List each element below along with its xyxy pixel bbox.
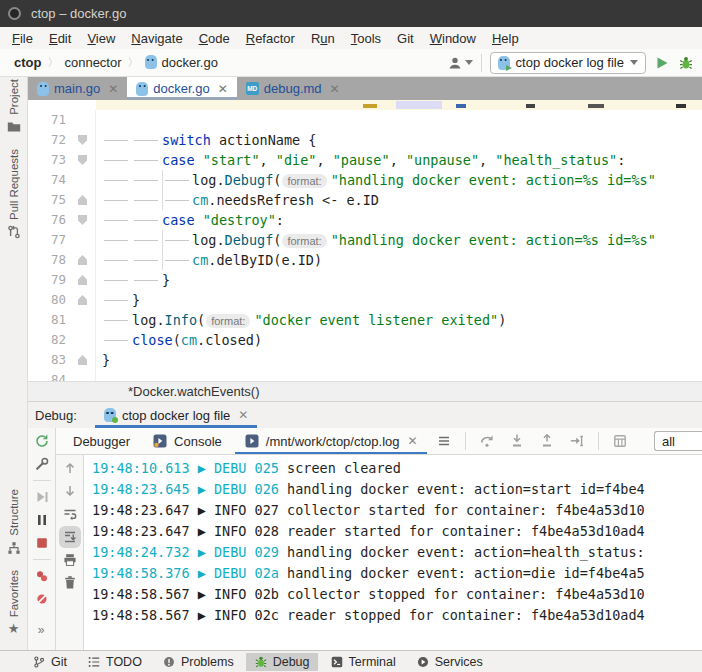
- log-line[interactable]: 19:48:58.567 ▶ INFO 02b collector stoppe…: [92, 584, 702, 605]
- rerun-button[interactable]: [34, 433, 50, 449]
- scroll-to-end-icon[interactable]: [62, 529, 78, 545]
- run-configuration-select[interactable]: ctop docker log file: [490, 52, 646, 74]
- log-line[interactable]: 19:48:24.732 ▶ DEBU 029 handling docker …: [92, 542, 702, 563]
- debug-button[interactable]: [678, 55, 694, 71]
- structure-icon: [6, 540, 22, 556]
- print-icon[interactable]: [62, 552, 78, 568]
- code-line[interactable]: 83}: [28, 350, 702, 370]
- log-line[interactable]: 19:48:23.647 ▶ INFO 027 collector starte…: [92, 500, 702, 521]
- tab-indent: [102, 190, 132, 210]
- code-line[interactable]: 78cm.delByID(e.ID): [28, 250, 702, 270]
- user-menu-button[interactable]: [447, 55, 473, 71]
- menu-refactor[interactable]: Refactor: [238, 31, 303, 46]
- editor[interactable]: 7172switch actionName {73case "start", "…: [28, 100, 702, 381]
- sidebar-item-project[interactable]: Project: [6, 79, 22, 135]
- close-icon[interactable]: ✕: [108, 82, 118, 96]
- menu-tools[interactable]: Tools: [343, 31, 389, 46]
- line-number: 80: [28, 290, 70, 310]
- fold-end-icon[interactable]: [78, 295, 87, 305]
- close-icon[interactable]: ✕: [218, 82, 228, 96]
- fold-end-icon[interactable]: [78, 275, 87, 285]
- log-line[interactable]: 19:48:58.376 ▶ DEBU 02a handling docker …: [92, 563, 702, 584]
- fold-end-icon[interactable]: [78, 255, 87, 265]
- debug-tab-debugger[interactable]: Debugger: [64, 428, 139, 455]
- menu-window[interactable]: Window: [422, 31, 484, 46]
- code-line[interactable]: 74log.Debugf(format:"handling docker eve…: [28, 170, 702, 190]
- step-out-icon[interactable]: [539, 433, 555, 449]
- statusbar-item-terminal[interactable]: Terminal: [322, 653, 404, 671]
- debug-session-tab[interactable]: ctop docker log file ✕: [95, 402, 257, 428]
- mute-breakpoints-icon[interactable]: [34, 591, 50, 607]
- breadcrumb-item[interactable]: connector: [64, 55, 121, 70]
- statusbar-item-git[interactable]: Git: [24, 653, 75, 671]
- sidebar-item-favorites[interactable]: Favorites★: [6, 570, 22, 636]
- sidebar-item-pull-requests[interactable]: Pull Requests: [6, 149, 22, 240]
- breadcrumb-item[interactable]: docker.go: [145, 55, 218, 70]
- pause-button[interactable]: [34, 512, 50, 528]
- code-line[interactable]: 81log.Info(format:"docker event listener…: [28, 310, 702, 330]
- view-breakpoints-icon[interactable]: [34, 568, 50, 584]
- code-line[interactable]: 79}: [28, 270, 702, 290]
- code-line[interactable]: 75cm.needsRefresh <- e.ID: [28, 190, 702, 210]
- more-actions-icon[interactable]: »: [38, 623, 46, 637]
- close-icon[interactable]: ✕: [238, 408, 248, 422]
- breadcrumb-item[interactable]: ctop: [14, 55, 41, 70]
- debug-tab-console[interactable]: Console: [143, 428, 231, 455]
- code-line[interactable]: 72switch actionName {: [28, 130, 702, 150]
- menu-git[interactable]: Git: [389, 31, 422, 46]
- menu-run[interactable]: Run: [303, 31, 343, 46]
- code-line[interactable]: 73case "start", "die", "pause", "unpause…: [28, 150, 702, 170]
- log-line[interactable]: 19:48:23.645 ▶ DEBU 026 handling docker …: [92, 479, 702, 500]
- fold-expand-icon[interactable]: [78, 215, 87, 225]
- log-line[interactable]: 19:48:10.613 ▶ DEBU 025 screen cleared: [92, 458, 702, 479]
- clear-all-icon[interactable]: [62, 575, 78, 591]
- log-line[interactable]: 19:48:23.647 ▶ INFO 028 reader started f…: [92, 521, 702, 542]
- layout-options-icon[interactable]: [436, 433, 452, 449]
- statusbar-item-todo[interactable]: TODO: [79, 653, 150, 671]
- down-stack-icon[interactable]: [62, 483, 78, 499]
- title-bar[interactable]: ctop – docker.go: [0, 0, 702, 27]
- menu-navigate[interactable]: Navigate: [123, 31, 190, 46]
- log-line[interactable]: 19:48:58.567 ▶ INFO 02c reader stopped f…: [92, 605, 702, 626]
- statusbar-item-problems[interactable]: Problems: [154, 653, 242, 671]
- code-line[interactable]: 82close(cm.closed): [28, 330, 702, 350]
- code-line[interactable]: 80}: [28, 290, 702, 310]
- fold-expand-icon[interactable]: [78, 135, 87, 145]
- tab-main-go[interactable]: main.go✕: [28, 77, 127, 100]
- tab-docker-go[interactable]: docker.go✕: [127, 77, 236, 100]
- resume-button[interactable]: [34, 489, 50, 505]
- code-line[interactable]: 76case "destroy":: [28, 210, 702, 230]
- log-filter-select[interactable]: all: [654, 431, 702, 451]
- sidebar-item-structure[interactable]: Structure: [6, 489, 22, 556]
- close-icon[interactable]: ✕: [330, 82, 340, 96]
- code-line[interactable]: 77log.Debugf(format:"handling docker eve…: [28, 230, 702, 250]
- menu-code[interactable]: Code: [191, 31, 238, 46]
- fold-end-icon[interactable]: [78, 195, 87, 205]
- settings-icon[interactable]: [34, 456, 50, 472]
- step-over-icon[interactable]: [479, 433, 495, 449]
- stop-button[interactable]: [34, 535, 50, 551]
- tool-window-label: Pull Requests: [8, 149, 20, 220]
- menu-file[interactable]: File: [4, 31, 41, 46]
- soft-wrap-icon[interactable]: [62, 506, 78, 522]
- tab-debug-md[interactable]: MDdebug.md✕: [237, 77, 349, 100]
- log-console[interactable]: 19:48:10.613 ▶ DEBU 025 screen cleared19…: [84, 455, 702, 650]
- menu-help[interactable]: Help: [484, 31, 527, 46]
- menu-edit[interactable]: Edit: [41, 31, 79, 46]
- up-stack-icon[interactable]: [62, 460, 78, 476]
- close-icon[interactable]: ✕: [407, 434, 417, 448]
- debug-tab--mnt-work-ctop-ctop-log[interactable]: /mnt/work/ctop/ctop.log✕: [235, 428, 427, 455]
- run-button[interactable]: [654, 55, 670, 71]
- evaluate-expression-icon[interactable]: [612, 433, 628, 449]
- code-line[interactable]: 84: [28, 370, 702, 381]
- menu-view[interactable]: View: [79, 31, 123, 46]
- statusbar-item-services[interactable]: Services: [408, 653, 491, 671]
- code-line[interactable]: 71: [28, 110, 702, 130]
- run-to-cursor-icon[interactable]: [569, 433, 585, 449]
- fold-end-icon[interactable]: [78, 355, 87, 365]
- fold-expand-icon[interactable]: [78, 155, 87, 165]
- parameter-hint: format:: [282, 174, 326, 188]
- step-into-icon[interactable]: [509, 433, 525, 449]
- code-token: ): [498, 312, 506, 328]
- statusbar-item-debug[interactable]: Debug: [246, 653, 318, 671]
